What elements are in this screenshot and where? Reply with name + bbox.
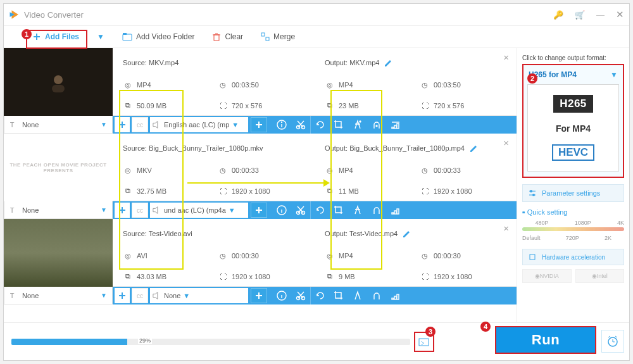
watermark-button[interactable]: [367, 116, 386, 134]
source-size: 32.75 MB: [137, 187, 166, 195]
add-files-dropdown-caret[interactable]: ▼: [97, 32, 104, 41]
format-card-mid: For MP4: [556, 123, 591, 134]
annotation-badge-4: 4: [480, 322, 491, 332]
remove-file-button[interactable]: ×: [503, 223, 509, 234]
output-duration: 00:03:50: [434, 81, 461, 89]
info-button[interactable]: [272, 116, 291, 134]
subtitle-value: None: [20, 206, 96, 214]
captions-button[interactable]: cc: [132, 203, 148, 218]
effects-button[interactable]: [348, 116, 367, 134]
rotate-button[interactable]: [310, 287, 329, 304]
folder-icon: ⧉: [123, 101, 133, 111]
add-audio-button[interactable]: [251, 203, 267, 218]
minimize-button[interactable]: —: [596, 10, 605, 20]
effects-button[interactable]: [348, 287, 367, 304]
clock-icon: ◷: [420, 251, 430, 261]
effects-button[interactable]: [348, 201, 367, 219]
source-duration: 00:03:50: [232, 81, 259, 89]
hardware-acceleration-button[interactable]: Hardware acceleration: [522, 249, 624, 265]
cut-button[interactable]: [291, 201, 310, 219]
format-hint: Click to change output format:: [522, 54, 624, 61]
svg-rect-58: [397, 294, 399, 299]
enhance-button[interactable]: [386, 201, 405, 219]
video-thumbnail[interactable]: [4, 48, 113, 116]
progress-percent: 29%: [138, 337, 152, 344]
dimensions-icon: ⛶: [420, 186, 430, 196]
video-thumbnail[interactable]: THE PEACH OPEN MOVIE PROJECT PRESENTS: [4, 134, 113, 201]
cart-icon[interactable]: 🛒: [575, 10, 585, 20]
parameter-settings-button[interactable]: Parameter settings: [522, 184, 624, 202]
rotate-button[interactable]: [310, 201, 329, 219]
source-dimensions: 1920 x 1080: [232, 273, 270, 280]
svg-marker-15: [153, 122, 158, 129]
subtitle-select[interactable]: T None ▼: [4, 116, 113, 134]
svg-point-11: [54, 75, 63, 84]
cut-button[interactable]: [291, 116, 310, 134]
add-folder-button[interactable]: Add Video Folder: [122, 32, 195, 41]
enhance-button[interactable]: [386, 287, 405, 304]
add-subtitle-button[interactable]: [115, 288, 130, 303]
svg-rect-56: [392, 298, 394, 299]
output-filename: Output: Big_Buck_Bunny_Trailer_1080p.mp4: [325, 144, 465, 152]
key-icon[interactable]: 🔑: [553, 10, 563, 20]
audio-track-select[interactable]: und aac (LC) (mp4a▼: [150, 203, 248, 218]
audio-track-value: und aac (LC) (mp4a: [164, 206, 226, 214]
edit-filename-button[interactable]: [403, 229, 411, 238]
rotate-button[interactable]: [310, 116, 329, 134]
trash-icon: [212, 32, 221, 41]
row-toolbar: T None ▼ cc English aac (LC) (mp ▼: [4, 116, 517, 134]
crop-button[interactable]: [329, 287, 348, 304]
format-select[interactable]: H265 for MP4▼: [527, 68, 619, 82]
watermark-button[interactable]: [367, 201, 386, 219]
nvidia-badge: ◉ NVIDIA: [522, 269, 572, 283]
captions-button[interactable]: cc: [132, 117, 148, 132]
app-brand: Video Converter: [9, 9, 84, 20]
remove-file-button[interactable]: ×: [503, 137, 509, 148]
audio-track-select[interactable]: None▼: [150, 288, 248, 303]
add-subtitle-button[interactable]: [115, 203, 130, 218]
edit-filename-button[interactable]: [384, 58, 393, 67]
video-thumbnail[interactable]: [4, 219, 113, 287]
clock-icon: ◷: [218, 251, 228, 261]
alarm-clock-icon: [606, 335, 619, 348]
merge-button[interactable]: Merge: [261, 32, 295, 41]
schedule-button[interactable]: [601, 330, 624, 353]
clock-icon: ◷: [420, 80, 430, 90]
audio-track-select[interactable]: English aac (LC) (mp ▼: [150, 117, 248, 132]
chevron-down-icon: ▼: [183, 292, 190, 299]
side-panel: Click to change output format: H265 for …: [517, 48, 629, 330]
edit-filename-button[interactable]: [470, 144, 479, 153]
crop-button[interactable]: [329, 116, 348, 134]
chevron-down-icon: ▼: [96, 206, 112, 213]
subtitle-select[interactable]: TNone▼: [4, 287, 113, 304]
clear-button[interactable]: Clear: [212, 32, 243, 41]
scale-480p: 480P: [536, 220, 549, 226]
enhance-button[interactable]: [386, 116, 405, 134]
svg-rect-27: [392, 127, 394, 129]
cut-button[interactable]: [291, 287, 310, 304]
titlebar: Video Converter 🔑 🛒 — ✕: [4, 4, 629, 26]
parameter-settings-label: Parameter settings: [542, 189, 600, 197]
output-format-box[interactable]: H265 for MP4▼ H265 For MP4 HEVC: [522, 64, 624, 178]
info-button[interactable]: [272, 287, 291, 304]
svg-rect-4: [123, 34, 132, 41]
captions-button[interactable]: cc: [132, 288, 148, 303]
run-button[interactable]: Run: [495, 326, 596, 354]
chevron-down-icon: ▼: [232, 121, 239, 129]
add-files-button[interactable]: Add Files: [32, 32, 79, 41]
output-size: 9 MB: [339, 273, 355, 280]
add-audio-button[interactable]: [251, 288, 267, 303]
info-button[interactable]: [272, 201, 291, 219]
add-audio-button[interactable]: [251, 117, 267, 132]
watermark-button[interactable]: [367, 287, 386, 304]
subtitle-select[interactable]: TNone▼: [4, 201, 113, 219]
quality-slider[interactable]: [522, 227, 624, 231]
remove-file-button[interactable]: ×: [503, 52, 509, 63]
source-size: 43.03 MB: [137, 273, 166, 280]
add-subtitle-button[interactable]: [115, 117, 130, 132]
svg-rect-10: [266, 37, 269, 41]
close-window-button[interactable]: ✕: [616, 9, 624, 20]
svg-rect-64: [419, 339, 429, 346]
subtitle-value: None: [20, 292, 96, 299]
crop-button[interactable]: [329, 201, 348, 219]
